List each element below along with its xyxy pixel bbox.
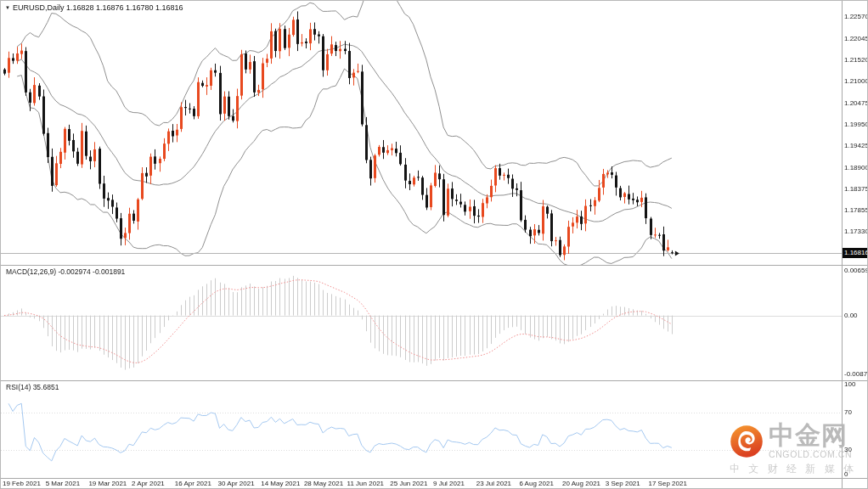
price-tick-label: 1.21520	[844, 56, 868, 64]
chart-ohlc-values: 1.16828 1.16876 1.16780 1.16816	[66, 3, 183, 12]
watermark-tagline-text: 中 文 财 经 新 媒 体	[730, 462, 862, 476]
mt4-chart-window: ▼EURUSD,Daily 1.16828 1.16876 1.16780 1.…	[0, 0, 868, 489]
time-axis-label: 11 Jun 2021	[347, 480, 384, 487]
collapse-triangle-icon[interactable]: ▼	[5, 5, 10, 10]
cngold-logo-icon	[730, 424, 764, 458]
time-axis-label: 20 Aug 2021	[562, 480, 600, 487]
time-axis-label: 5 Mar 2021	[46, 480, 80, 487]
time-axis-label: 19 Feb 2021	[3, 480, 41, 487]
macd-tick-label: -0.008704	[844, 370, 868, 378]
price-tick-label: 1.18900	[844, 164, 868, 171]
chart-symbol-period: EURUSD,Daily	[13, 3, 65, 12]
time-axis-label: 25 Jun 2021	[390, 480, 427, 487]
price-tick-label: 1.20475	[844, 99, 868, 107]
rsi-tick-label: 30	[844, 446, 852, 453]
time-axis-label: 28 May 2021	[304, 480, 343, 487]
macd-tick-label: 0.006595	[844, 267, 868, 274]
time-axis-label: 2 Apr 2021	[132, 480, 165, 487]
price-tick-label: 1.17855	[844, 206, 868, 214]
time-axis-label: 19 Mar 2021	[88, 480, 127, 487]
time-axis-label: 6 Aug 2021	[519, 480, 553, 487]
rsi-tick-label: 100	[844, 380, 855, 388]
time-axis-label: 3 Sep 2021	[606, 480, 640, 487]
cngold-watermark: 中金网 CNGOLD.COM.CN 中 文 财 经 新 媒 体	[730, 423, 862, 476]
price-tick-label: 1.21000	[844, 77, 868, 85]
price-tick-label: 1.22045	[844, 35, 868, 42]
watermark-domain-text: CNGOLD.COM.CN	[769, 449, 852, 459]
price-tick-label: 1.22570	[844, 13, 868, 20]
macd-tick-label: 0.00	[844, 312, 858, 319]
macd-indicator-label: MACD(12,26,9) -0.002974 -0.001891	[6, 267, 125, 276]
price-tick-label: 1.19425	[844, 142, 868, 149]
time-axis-label: 17 Sep 2021	[649, 480, 687, 487]
watermark-brand-text: 中金网	[769, 423, 852, 448]
price-tick-label: 1.17330	[844, 228, 868, 235]
time-axis-label: 16 Apr 2021	[175, 480, 211, 487]
price-tick-label: 1.18375	[844, 185, 868, 193]
time-axis-label: 23 Jul 2021	[476, 480, 511, 487]
time-axis-label: 9 Jul 2021	[433, 480, 465, 487]
time-axis-label: 14 May 2021	[261, 480, 300, 487]
current-price-tag: 1.16816	[843, 248, 868, 258]
chart-title: ▼EURUSD,Daily 1.16828 1.16876 1.16780 1.…	[5, 3, 183, 12]
chart-canvas[interactable]	[1, 1, 868, 489]
price-tick-label: 1.19950	[844, 121, 868, 128]
time-axis-label: 30 Apr 2021	[218, 480, 255, 487]
rsi-tick-label: 0	[844, 470, 848, 478]
rsi-indicator-label: RSI(14) 35.6851	[6, 383, 59, 391]
rsi-tick-label: 70	[844, 408, 852, 416]
